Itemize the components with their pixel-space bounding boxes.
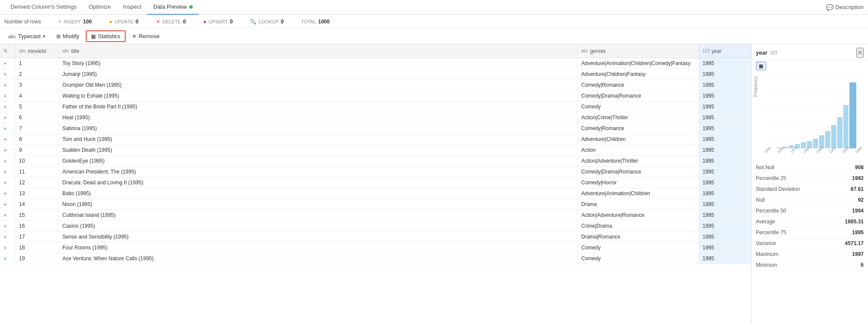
svg-text:1953: 1953	[842, 146, 850, 154]
table-row[interactable]: + 1 Toy Story (1995) Adventure|Animation…	[0, 58, 751, 69]
upsert-stat: ● UPSERT 0	[203, 19, 233, 25]
metric-value: 67.61	[851, 186, 864, 192]
tab-derived-column[interactable]: Derived Column's Settings	[4, 0, 83, 15]
table-row[interactable]: + 6 Heat (1995) Action|Crime|Thriller 19…	[0, 112, 751, 123]
row-add-icon[interactable]: +	[0, 112, 16, 123]
svg-rect-20	[813, 139, 818, 148]
typecast-button[interactable]: abc Typecast ▾	[3, 31, 50, 42]
row-add-icon[interactable]: +	[0, 58, 16, 69]
cell-movieid: 17	[16, 232, 59, 242]
insert-stat: + INSERT 100	[58, 19, 92, 25]
row-add-icon[interactable]: +	[0, 210, 16, 220]
statistics-button[interactable]: ▦ Statistics	[86, 30, 126, 42]
cell-year: 1995	[699, 123, 751, 134]
table-row[interactable]: + 14 Nixon (1995) Drama 1995	[0, 199, 751, 210]
metric-value: 1992	[852, 175, 864, 181]
cell-movieid: 15	[16, 210, 59, 220]
stats-panel-close-button[interactable]: ✕	[856, 48, 864, 58]
row-add-icon[interactable]: +	[0, 91, 16, 101]
row-add-icon[interactable]: +	[0, 134, 16, 144]
cell-genres: Comedy	[578, 101, 699, 112]
cell-year: 1995	[699, 58, 751, 69]
col-header-movieid[interactable]: abc movieId	[16, 44, 59, 58]
svg-rect-23	[831, 125, 836, 148]
row-add-icon[interactable]: +	[0, 101, 16, 112]
chat-icon: 💬	[826, 4, 833, 11]
metric-label: Maximum	[756, 251, 778, 257]
table-row[interactable]: + 10 GoldenEye (1995) Action|Adventure|T…	[0, 156, 751, 167]
active-dot	[189, 5, 193, 9]
table-area: ⇅ abc movieId abc title abc genres 123 y…	[0, 44, 751, 324]
svg-rect-26	[849, 82, 856, 148]
rows-label: Number of rows	[4, 19, 41, 25]
cell-year: 1995	[699, 199, 751, 209]
table-row[interactable]: + 19 Ace Ventura: When Nature Calls (199…	[0, 253, 751, 264]
col-header-genres[interactable]: abc genres	[578, 44, 699, 58]
tab-data-preview[interactable]: Data Preview	[147, 0, 199, 15]
table-row[interactable]: + 16 Casino (1995) Crime|Drama 1995	[0, 221, 751, 232]
abc-icon: abc	[8, 34, 16, 39]
cell-title: Tom and Huck (1995)	[59, 134, 578, 144]
cell-title: Sense and Sensibility (1995)	[59, 232, 578, 242]
table-row[interactable]: + 9 Sudden Death (1995) Action 1995	[0, 145, 751, 156]
svg-text:1995: 1995	[764, 146, 772, 154]
table-row[interactable]: + 17 Sense and Sensibility (1995) Drama|…	[0, 232, 751, 242]
close-icon: ✕	[132, 33, 136, 39]
col-header-year[interactable]: 123 year	[699, 44, 751, 58]
row-add-icon[interactable]: +	[0, 156, 16, 166]
metric-row: Percentile 50 1994	[756, 206, 864, 216]
chart-area: 250 200 150 100 50 0	[751, 72, 868, 159]
col-type-123-year: 123	[703, 49, 710, 53]
cell-movieid: 7	[16, 123, 59, 134]
histogram-chart-button[interactable]: ▦	[756, 62, 766, 70]
col-header-title[interactable]: abc title	[59, 44, 578, 58]
svg-rect-21	[819, 135, 824, 148]
table-row[interactable]: + 3 Grumpier Old Men (1995) Comedy|Roman…	[0, 80, 751, 91]
table-row[interactable]: + 5 Father of the Bride Part II (1995) C…	[0, 101, 751, 112]
row-add-icon[interactable]: +	[0, 199, 16, 209]
cell-movieid: 13	[16, 188, 59, 199]
tab-inspect[interactable]: Inspect	[117, 0, 147, 15]
cell-movieid: 8	[16, 134, 59, 144]
tab-optimize[interactable]: Optimize	[83, 0, 117, 15]
metric-row: Average 1985.31	[756, 216, 864, 227]
modify-icon: ⊞	[56, 33, 61, 39]
update-stat: ● UPDATE 0	[109, 19, 139, 25]
y-axis-label: Frequency	[753, 76, 758, 97]
cell-title: Balto (1995)	[59, 188, 578, 199]
cell-genres: Comedy|Drama|Romance	[578, 91, 699, 101]
table-row[interactable]: + 2 Jumanji (1995) Adventure|Children|Fa…	[0, 69, 751, 80]
table-row[interactable]: + 18 Four Rooms (1995) Comedy 1995	[0, 242, 751, 253]
table-row[interactable]: + 12 Dracula: Dead and Loving It (1995) …	[0, 177, 751, 188]
row-add-icon[interactable]: +	[0, 123, 16, 134]
row-add-icon[interactable]: +	[0, 221, 16, 231]
statistics-icon: ▦	[91, 33, 96, 39]
row-add-icon[interactable]: +	[0, 188, 16, 199]
cell-year: 1995	[699, 156, 751, 166]
description-button[interactable]: 💬 Description	[826, 4, 864, 11]
cell-genres: Comedy	[578, 253, 699, 264]
row-add-icon[interactable]: +	[0, 167, 16, 177]
remove-button[interactable]: ✕ Remove	[127, 31, 164, 42]
table-row[interactable]: + 8 Tom and Huck (1995) Adventure|Childr…	[0, 134, 751, 145]
row-add-icon[interactable]: +	[0, 242, 16, 253]
metric-row: Null 92	[756, 195, 864, 206]
table-row[interactable]: + 13 Balto (1995) Adventure|Animation|Ch…	[0, 188, 751, 199]
row-add-icon[interactable]: +	[0, 145, 16, 155]
row-add-icon[interactable]: +	[0, 232, 16, 242]
chevron-down-icon: ▾	[43, 34, 45, 39]
cell-title: Cutthroat Island (1995)	[59, 210, 578, 220]
cell-year: 1995	[699, 253, 751, 264]
table-row[interactable]: + 15 Cutthroat Island (1995) Action|Adve…	[0, 210, 751, 221]
row-add-icon[interactable]: +	[0, 177, 16, 188]
modify-button[interactable]: ⊞ Modify	[52, 31, 84, 42]
cell-year: 1995	[699, 210, 751, 220]
row-add-icon[interactable]: +	[0, 253, 16, 264]
metric-label: Minimum	[756, 262, 777, 268]
table-row[interactable]: + 4 Waiting to Exhale (1995) Comedy|Dram…	[0, 91, 751, 101]
table-row[interactable]: + 11 American President, The (1995) Come…	[0, 167, 751, 177]
row-add-icon[interactable]: +	[0, 80, 16, 90]
table-row[interactable]: + 7 Sabrina (1995) Comedy|Romance 1995	[0, 123, 751, 134]
row-add-icon[interactable]: +	[0, 69, 16, 79]
cell-year: 1995	[699, 167, 751, 177]
